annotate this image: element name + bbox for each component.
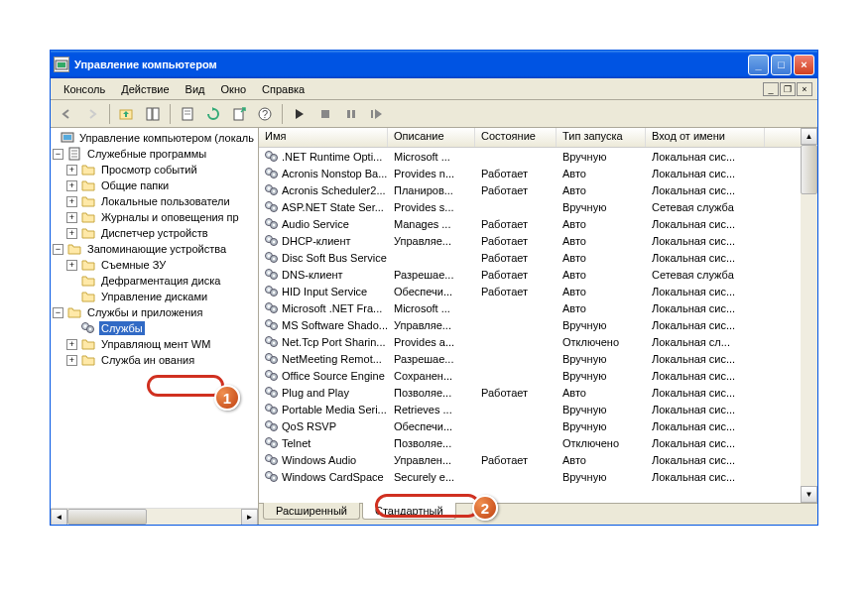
tree-root[interactable]: Управление компьютером (локаль	[53, 130, 256, 146]
pause-service-button[interactable]	[340, 103, 362, 125]
service-row[interactable]: MS Software Shado...Управляе...ВручнуюЛо…	[259, 316, 801, 333]
service-name: ASP.NET State Ser...	[282, 201, 384, 213]
service-row[interactable]: Acronis Nonstop Ba...Provides n...Работа…	[259, 165, 801, 181]
tree-toggle-icon[interactable]: +	[66, 165, 77, 176]
vscroll-thumb[interactable]	[801, 145, 817, 194]
properties-button[interactable]	[177, 103, 198, 125]
service-name: Windows Audio	[282, 454, 356, 466]
close-button[interactable]: ×	[794, 55, 814, 75]
maximize-button[interactable]: □	[771, 55, 792, 75]
service-row[interactable]: Net.Tcp Port Sharin...Provides a...Отклю…	[259, 333, 801, 350]
tree-toggle-icon[interactable]: +	[66, 212, 77, 223]
service-logon: Локальная сис...	[646, 235, 765, 247]
tree-toggle-icon[interactable]: +	[66, 260, 77, 271]
service-desc: Разрешае...	[388, 353, 475, 365]
service-row[interactable]: DNS-клиентРазрешае...РаботаетАвтоСетевая…	[259, 266, 801, 283]
service-row[interactable]: Windows AudioУправлен...РаботаетАвтоЛока…	[259, 451, 801, 468]
tree-toggle-icon[interactable]: +	[66, 196, 77, 207]
service-row[interactable]: Audio ServiceManages ...РаботаетАвтоЛока…	[259, 215, 801, 232]
tree-hscrollbar[interactable]: ◄ ►	[51, 508, 258, 525]
restart-service-button[interactable]	[366, 103, 388, 125]
tree-indexing[interactable]: +Служба ин ования	[53, 352, 256, 368]
service-row[interactable]: Portable Media Seri...Retrieves ...Вручн…	[259, 401, 801, 417]
tree-storage-item[interactable]: Дефрагментация диска	[53, 273, 256, 289]
tree-toggle-icon[interactable]: −	[53, 149, 63, 160]
service-desc: Обеспечи...	[388, 286, 475, 297]
tree-util-item[interactable]: +Общие папки	[53, 178, 256, 193]
menu-window[interactable]: Окно	[213, 81, 255, 97]
tree-util-item[interactable]: +Просмотр событий	[53, 162, 256, 178]
service-row[interactable]: Acronis Scheduler2...Планиров...Работает…	[259, 181, 801, 198]
tree-view[interactable]: Управление компьютером (локаль−Служебные…	[51, 128, 258, 508]
tab-standard[interactable]: Стандартный	[362, 503, 456, 520]
column-startup[interactable]: Тип запуска	[557, 128, 646, 147]
mdi-minimize-button[interactable]: _	[763, 82, 779, 96]
tree-node-label: Локальные пользователи	[99, 194, 232, 208]
scroll-down-button[interactable]: ▼	[801, 486, 817, 503]
column-description[interactable]: Описание	[388, 128, 475, 147]
menu-console[interactable]: Консоль	[56, 81, 113, 97]
service-name: Office Source Engine	[282, 370, 385, 382]
start-service-button[interactable]	[289, 103, 310, 125]
tree-storage[interactable]: −Запоминающие устройства	[53, 241, 256, 257]
service-row[interactable]: DHCP-клиентУправляе...РаботаетАвтоЛокаль…	[259, 232, 801, 249]
service-row[interactable]: ASP.NET State Ser...Provides s...Вручную…	[259, 198, 801, 215]
tree-toggle-icon[interactable]: +	[66, 355, 77, 366]
refresh-button[interactable]	[202, 103, 224, 125]
back-button[interactable]	[56, 103, 77, 125]
scroll-right-button[interactable]: ►	[241, 509, 258, 525]
service-state: Работает	[475, 184, 557, 196]
show-hide-tree-button[interactable]	[142, 103, 164, 125]
service-row[interactable]: Disc Soft Bus ServiceРаботаетАвтоЛокальн…	[259, 249, 801, 266]
titlebar[interactable]: Управление компьютером _ □ ×	[51, 51, 817, 78]
mdi-close-button[interactable]: ×	[797, 82, 812, 96]
column-name[interactable]: Имя	[259, 128, 388, 147]
tree-util-item[interactable]: +Журналы и оповещения пр	[53, 209, 256, 225]
scroll-up-button[interactable]: ▲	[801, 128, 817, 145]
tree-toggle-icon[interactable]: +	[66, 228, 77, 239]
service-startup: Вручную	[557, 404, 646, 415]
tree-toggle-icon[interactable]: −	[53, 244, 63, 255]
export-button[interactable]	[228, 103, 250, 125]
service-row[interactable]: TelnetПозволяе...ОтключеноЛокальная сис.…	[259, 434, 801, 451]
service-row[interactable]: Microsoft .NET Fra...Microsoft ...АвтоЛо…	[259, 299, 801, 316]
up-button[interactable]	[116, 103, 138, 125]
tab-extended[interactable]: Расширенный	[263, 503, 360, 520]
mdi-restore-button[interactable]: ❐	[780, 82, 796, 96]
tree-storage-item[interactable]: Управление дисками	[53, 289, 256, 304]
services-list[interactable]: .NET Runtime Opti...Microsoft ...Вручную…	[259, 148, 801, 485]
minimize-button[interactable]: _	[748, 55, 769, 75]
menu-help[interactable]: Справка	[254, 81, 312, 97]
column-state[interactable]: Состояние	[475, 128, 557, 147]
tree-node-icon	[61, 130, 74, 146]
tree-storage-item[interactable]: +Съемные ЗУ	[53, 257, 256, 273]
tree-utilities[interactable]: −Служебные программы	[53, 146, 256, 162]
tree-util-item[interactable]: +Локальные пользователи	[53, 193, 256, 209]
service-row[interactable]: Plug and PlayПозволяе...РаботаетАвтоЛока…	[259, 384, 801, 401]
tree-services-apps[interactable]: −Службы и приложения	[53, 304, 256, 320]
service-row[interactable]: .NET Runtime Opti...Microsoft ...Вручную…	[259, 148, 801, 165]
menu-action[interactable]: Действие	[113, 81, 177, 97]
hscroll-thumb[interactable]	[67, 509, 147, 525]
tree-services[interactable]: Службы	[53, 320, 256, 336]
service-row[interactable]: Windows CardSpaceSecurely e...ВручнуюЛок…	[259, 468, 801, 485]
gear-icon	[265, 167, 279, 180]
stop-service-button[interactable]	[314, 103, 336, 125]
service-row[interactable]: Office Source EngineСохранен...ВручнуюЛо…	[259, 367, 801, 384]
tree-toggle-icon[interactable]: +	[66, 180, 77, 191]
column-logon[interactable]: Вход от имени	[646, 128, 765, 147]
list-vscrollbar[interactable]: ▲ ▼	[801, 128, 817, 503]
forward-button[interactable]	[81, 103, 103, 125]
scroll-left-button[interactable]: ◄	[51, 509, 67, 525]
service-row[interactable]: HID Input ServiceОбеспечи...РаботаетАвто…	[259, 283, 801, 299]
menu-view[interactable]: Вид	[178, 81, 213, 97]
service-logon: Сетевая служба	[646, 269, 765, 281]
window-title: Управление компьютером	[74, 59, 748, 70]
help-button[interactable]: ?	[254, 103, 276, 125]
tree-util-item[interactable]: +Диспетчер устройств	[53, 225, 256, 241]
tree-wmi[interactable]: +Управляющ мент WM	[53, 336, 256, 352]
service-row[interactable]: QoS RSVPОбеспечи...ВручнуюЛокальная сис.…	[259, 417, 801, 434]
tree-toggle-icon[interactable]: −	[53, 307, 63, 318]
tree-toggle-icon[interactable]: +	[66, 339, 77, 350]
service-row[interactable]: NetMeeting Remot...Разрешае...ВручнуюЛок…	[259, 350, 801, 367]
